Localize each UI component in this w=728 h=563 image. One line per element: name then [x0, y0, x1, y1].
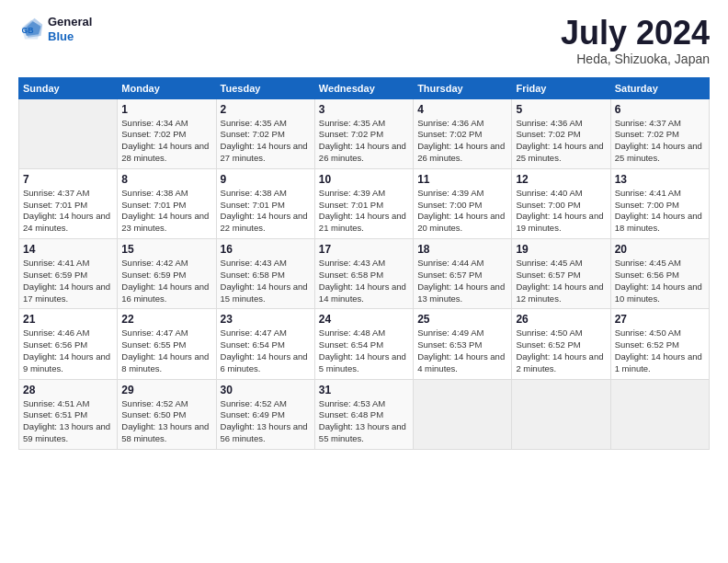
daylight: Daylight: 14 hours and 14 minutes. — [319, 282, 406, 304]
sunset: Sunset: 6:52 PM — [516, 339, 580, 350]
daylight: Daylight: 14 hours and 8 minutes. — [121, 351, 209, 373]
daylight: Daylight: 14 hours and 27 minutes. — [221, 141, 308, 163]
sunset: Sunset: 7:00 PM — [417, 200, 482, 210]
day-number: 13 — [615, 173, 705, 186]
calendar-cell: 23 Sunrise: 4:47 AM Sunset: 6:54 PM Dayl… — [216, 309, 314, 379]
sunset: Sunset: 6:58 PM — [221, 270, 285, 280]
sunrise: Sunrise: 4:39 AM — [417, 188, 483, 198]
calendar-cell: 13 Sunrise: 4:41 AM Sunset: 7:00 PM Dayl… — [610, 168, 709, 238]
calendar-cell: 9 Sunrise: 4:38 AM Sunset: 7:01 PM Dayli… — [216, 168, 314, 238]
calendar-cell: 30 Sunrise: 4:52 AM Sunset: 6:49 PM Dayl… — [216, 379, 314, 449]
calendar-week-row: 7 Sunrise: 4:37 AM Sunset: 7:01 PM Dayli… — [19, 168, 710, 238]
calendar-cell — [512, 379, 610, 449]
sunrise: Sunrise: 4:37 AM — [615, 118, 681, 128]
day-info: Sunrise: 4:45 AM Sunset: 6:56 PM Dayligh… — [615, 258, 705, 304]
sunset: Sunset: 7:02 PM — [417, 129, 482, 139]
calendar-cell: 21 Sunrise: 4:46 AM Sunset: 6:56 PM Dayl… — [19, 309, 118, 379]
sunset: Sunset: 6:54 PM — [319, 339, 383, 350]
sunset: Sunset: 6:51 PM — [23, 409, 87, 419]
day-number: 17 — [319, 243, 409, 256]
day-number: 2 — [221, 103, 311, 116]
day-number: 14 — [23, 243, 113, 256]
day-number: 24 — [319, 313, 409, 326]
day-number: 25 — [417, 313, 507, 326]
sunrise: Sunrise: 4:38 AM — [221, 188, 287, 198]
daylight: Daylight: 14 hours and 21 minutes. — [319, 211, 406, 233]
sunset: Sunset: 6:55 PM — [121, 339, 186, 350]
calendar-cell: 25 Sunrise: 4:49 AM Sunset: 6:53 PM Dayl… — [414, 309, 512, 379]
daylight: Daylight: 14 hours and 19 minutes. — [516, 211, 603, 233]
sunset: Sunset: 6:59 PM — [121, 270, 186, 280]
day-number: 29 — [121, 384, 211, 396]
day-info: Sunrise: 4:35 AM Sunset: 7:02 PM Dayligh… — [319, 118, 409, 165]
day-info: Sunrise: 4:36 AM Sunset: 7:02 PM Dayligh… — [516, 118, 606, 165]
sunset: Sunset: 7:02 PM — [121, 129, 186, 139]
sunset: Sunset: 7:01 PM — [121, 200, 186, 210]
sunrise: Sunrise: 4:38 AM — [121, 188, 188, 198]
day-info: Sunrise: 4:50 AM Sunset: 6:52 PM Dayligh… — [615, 327, 705, 374]
sunrise: Sunrise: 4:49 AM — [417, 327, 483, 338]
daylight: Daylight: 14 hours and 15 minutes. — [221, 282, 308, 304]
logo-general: General — [48, 15, 92, 29]
daylight: Daylight: 14 hours and 12 minutes. — [516, 282, 603, 304]
logo: GB General Blue — [18, 15, 92, 43]
day-info: Sunrise: 4:52 AM Sunset: 6:50 PM Dayligh… — [121, 398, 211, 445]
calendar-cell: 11 Sunrise: 4:39 AM Sunset: 7:00 PM Dayl… — [414, 168, 512, 238]
sunrise: Sunrise: 4:52 AM — [221, 398, 287, 408]
location: Heda, Shizuoka, Japan — [561, 52, 710, 66]
day-info: Sunrise: 4:46 AM Sunset: 6:56 PM Dayligh… — [23, 327, 113, 374]
daylight: Daylight: 14 hours and 23 minutes. — [121, 211, 209, 233]
calendar-week-row: 21 Sunrise: 4:46 AM Sunset: 6:56 PM Dayl… — [19, 309, 710, 379]
sunset: Sunset: 7:01 PM — [23, 200, 87, 210]
day-info: Sunrise: 4:50 AM Sunset: 6:52 PM Dayligh… — [516, 327, 606, 374]
day-number: 7 — [23, 173, 113, 186]
calendar-cell: 19 Sunrise: 4:45 AM Sunset: 6:57 PM Dayl… — [512, 239, 610, 309]
sunset: Sunset: 6:50 PM — [121, 409, 186, 419]
sunset: Sunset: 7:02 PM — [221, 129, 285, 139]
daylight: Daylight: 14 hours and 28 minutes. — [121, 141, 209, 163]
day-number: 30 — [221, 384, 311, 396]
day-number: 8 — [121, 173, 211, 186]
sunrise: Sunrise: 4:35 AM — [319, 118, 385, 128]
day-info: Sunrise: 4:39 AM Sunset: 7:00 PM Dayligh… — [417, 188, 507, 235]
header-friday: Friday — [512, 77, 610, 98]
sunrise: Sunrise: 4:43 AM — [319, 258, 385, 268]
sunrise: Sunrise: 4:47 AM — [221, 327, 287, 338]
sunrise: Sunrise: 4:40 AM — [516, 188, 582, 198]
calendar-cell: 27 Sunrise: 4:50 AM Sunset: 6:52 PM Dayl… — [610, 309, 709, 379]
daylight: Daylight: 14 hours and 20 minutes. — [417, 211, 505, 233]
sunrise: Sunrise: 4:53 AM — [319, 398, 385, 408]
day-info: Sunrise: 4:52 AM Sunset: 6:49 PM Dayligh… — [221, 398, 311, 445]
day-info: Sunrise: 4:41 AM Sunset: 6:59 PM Dayligh… — [23, 258, 113, 304]
calendar-cell: 2 Sunrise: 4:35 AM Sunset: 7:02 PM Dayli… — [216, 98, 314, 168]
day-number: 27 — [615, 313, 705, 326]
day-number: 22 — [121, 313, 211, 326]
calendar-week-row: 14 Sunrise: 4:41 AM Sunset: 6:59 PM Dayl… — [19, 239, 710, 309]
header-thursday: Thursday — [414, 77, 512, 98]
sunset: Sunset: 6:56 PM — [615, 270, 679, 280]
daylight: Daylight: 14 hours and 25 minutes. — [516, 141, 603, 163]
calendar-cell: 31 Sunrise: 4:53 AM Sunset: 6:48 PM Dayl… — [314, 379, 413, 449]
day-number: 1 — [121, 103, 211, 116]
sunrise: Sunrise: 4:43 AM — [221, 258, 287, 268]
day-number: 28 — [23, 384, 113, 396]
calendar-cell: 15 Sunrise: 4:42 AM Sunset: 6:59 PM Dayl… — [118, 239, 216, 309]
sunrise: Sunrise: 4:45 AM — [516, 258, 582, 268]
day-info: Sunrise: 4:35 AM Sunset: 7:02 PM Dayligh… — [221, 118, 311, 165]
header: GB General Blue July 2024 Heda, Shizuoka… — [18, 15, 710, 66]
sunset: Sunset: 7:00 PM — [516, 200, 580, 210]
daylight: Daylight: 14 hours and 18 minutes. — [615, 211, 702, 233]
calendar-cell: 14 Sunrise: 4:41 AM Sunset: 6:59 PM Dayl… — [19, 239, 118, 309]
day-info: Sunrise: 4:43 AM Sunset: 6:58 PM Dayligh… — [221, 258, 311, 304]
day-number: 15 — [121, 243, 211, 256]
day-info: Sunrise: 4:39 AM Sunset: 7:01 PM Dayligh… — [319, 188, 409, 235]
sunset: Sunset: 7:02 PM — [319, 129, 383, 139]
sunset: Sunset: 6:52 PM — [615, 339, 679, 350]
day-number: 31 — [319, 384, 409, 396]
daylight: Daylight: 14 hours and 17 minutes. — [23, 282, 110, 304]
day-number: 9 — [221, 173, 311, 186]
calendar-cell — [19, 98, 118, 168]
daylight: Daylight: 13 hours and 58 minutes. — [121, 421, 209, 443]
sunrise: Sunrise: 4:46 AM — [23, 327, 89, 338]
calendar-cell: 1 Sunrise: 4:34 AM Sunset: 7:02 PM Dayli… — [118, 98, 216, 168]
